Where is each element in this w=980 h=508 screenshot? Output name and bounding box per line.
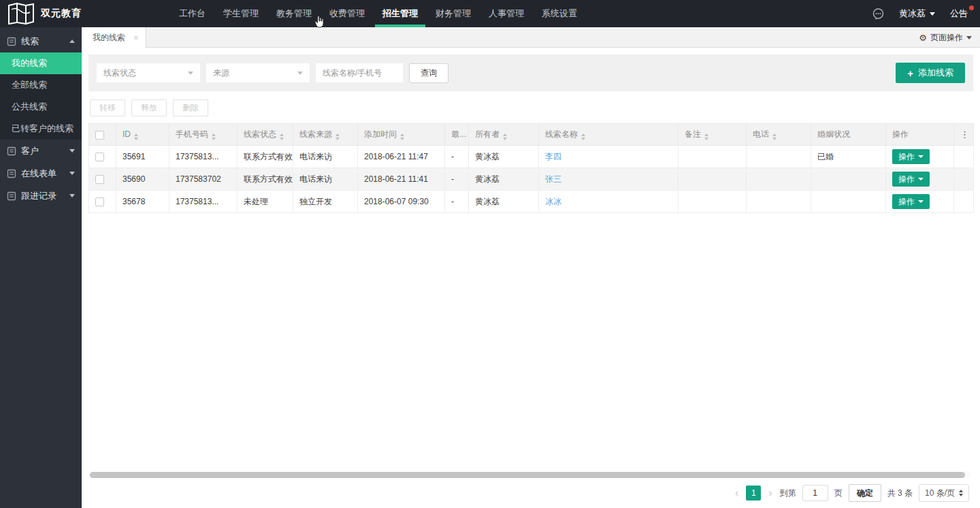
page-size-select[interactable]: 10 条/页 xyxy=(919,484,969,502)
cell-status: 联系方式有效 xyxy=(238,168,293,191)
sidebar-group[interactable]: 客户 xyxy=(0,140,82,162)
user-menu[interactable]: 黄冰荔 xyxy=(899,7,935,20)
nav-item[interactable]: 工作台 xyxy=(170,0,214,27)
row-checkbox-cell xyxy=(89,146,116,168)
column-header[interactable]: ID xyxy=(116,124,169,146)
cell-lead-name: 李四 xyxy=(539,146,679,168)
lead-name-link[interactable]: 李四 xyxy=(545,152,561,161)
brand-name: 双元教育 xyxy=(41,7,82,20)
message-icon[interactable] xyxy=(872,8,884,20)
gear-icon: ⚙ xyxy=(919,33,927,43)
sort-icon[interactable] xyxy=(704,133,708,140)
row-action-button[interactable]: 操作 xyxy=(892,149,930,164)
mouse-cursor-icon xyxy=(314,15,325,28)
horizontal-scrollbar[interactable] xyxy=(88,472,970,478)
nav-item[interactable]: 系统设置 xyxy=(533,0,586,27)
nav-item[interactable]: 财务管理 xyxy=(427,0,480,27)
header-checkbox-cell xyxy=(89,124,116,146)
sidebar-item[interactable]: 公共线索 xyxy=(0,96,82,118)
row-checkbox[interactable] xyxy=(95,153,104,161)
page-actions-button[interactable]: ⚙ 页面操作 xyxy=(919,27,972,48)
cell-owner: 黄冰荔 xyxy=(469,146,539,168)
search-button[interactable]: 查询 xyxy=(409,63,448,83)
page-1-button[interactable]: 1 xyxy=(746,486,761,501)
page-actions-label: 页面操作 xyxy=(930,32,963,44)
cell-source: 独立开发 xyxy=(293,191,358,213)
column-header[interactable]: 线索来源 xyxy=(293,124,358,146)
column-settings-cell: ⋮ xyxy=(954,124,974,146)
sidebar-item[interactable]: 已转客户的线索 xyxy=(0,118,82,140)
column-header[interactable]: 线索名称 xyxy=(539,124,679,146)
sidebar-item[interactable]: 全部线索 xyxy=(0,74,82,96)
lead-name-link[interactable]: 张三 xyxy=(545,174,561,184)
cell-remark xyxy=(679,191,747,213)
column-header[interactable]: 电话 xyxy=(747,124,811,146)
sort-icon[interactable] xyxy=(336,133,340,140)
column-header[interactable]: 备注 xyxy=(679,124,747,146)
bulk-action-button[interactable]: 转移 xyxy=(90,99,125,116)
chevron-down-icon xyxy=(69,194,75,197)
prev-page-icon[interactable]: ‹ xyxy=(734,488,740,498)
cell-settings-spacer xyxy=(954,168,974,191)
scrollbar-thumb[interactable] xyxy=(90,472,965,478)
sort-icon[interactable] xyxy=(280,133,284,140)
sort-icon[interactable] xyxy=(212,133,216,140)
lead-status-placeholder: 线索状态 xyxy=(103,67,136,79)
close-icon[interactable]: × xyxy=(133,33,139,43)
cell-phone: 17375813... xyxy=(169,191,238,213)
sidebar-group[interactable]: 在线表单 xyxy=(0,162,82,185)
cell-marital xyxy=(811,168,886,191)
add-lead-label: 添加线索 xyxy=(918,67,953,79)
bulk-action-button[interactable]: 删除 xyxy=(173,99,208,116)
bulk-action-button[interactable]: 释放 xyxy=(131,99,167,116)
page-size-value: 10 条/页 xyxy=(925,488,955,499)
sort-icon[interactable] xyxy=(134,133,138,140)
column-header[interactable]: 手机号码 xyxy=(169,124,238,146)
keyword-input[interactable] xyxy=(316,63,403,82)
select-all-checkbox[interactable] xyxy=(95,131,104,140)
row-checkbox-cell xyxy=(89,168,116,191)
plus-icon: + xyxy=(907,68,913,78)
nav-item[interactable]: 人事管理 xyxy=(480,0,533,27)
sort-icon[interactable] xyxy=(503,133,507,140)
next-page-icon[interactable]: › xyxy=(767,488,773,498)
column-header: 婚姻状况 xyxy=(811,124,886,146)
column-header[interactable]: 所有者 xyxy=(469,124,539,146)
source-select[interactable]: 来源 xyxy=(206,63,310,82)
cell-added_time: 2018-06-07 09:30 xyxy=(358,191,445,213)
nav-item[interactable]: 收费管理 xyxy=(321,0,374,27)
tab-label: 我的线索 xyxy=(93,32,125,44)
confirm-button[interactable]: 确定 xyxy=(849,484,881,502)
row-action-button[interactable]: 操作 xyxy=(892,172,930,187)
filter-bar: 线索状态 来源 查询 + 添加线索 xyxy=(88,54,973,91)
sidebar-group[interactable]: 线索 xyxy=(0,30,82,52)
row-checkbox[interactable] xyxy=(95,197,104,206)
cell-phone: 17375813... xyxy=(169,146,238,168)
sort-icon[interactable] xyxy=(581,133,585,140)
notice-link[interactable]: 公告 xyxy=(950,7,968,20)
add-lead-button[interactable]: + 添加线索 xyxy=(896,63,965,83)
column-header[interactable]: 添加时间 xyxy=(358,124,445,146)
row-action-button[interactable]: 操作 xyxy=(892,194,930,209)
chevron-down-icon xyxy=(69,149,75,153)
cell-marital xyxy=(811,191,886,213)
nav-item[interactable]: 招生管理 xyxy=(374,0,427,27)
nav-item[interactable]: 教务管理 xyxy=(267,0,321,27)
lead-status-select[interactable]: 线索状态 xyxy=(97,63,200,82)
tab-my-leads[interactable]: 我的线索 × xyxy=(82,27,146,48)
lead-name-link[interactable]: 冰冰 xyxy=(545,197,561,206)
row-checkbox[interactable] xyxy=(95,175,104,184)
column-settings-icon[interactable]: ⋮ xyxy=(960,129,967,140)
notification-dot xyxy=(969,5,974,10)
column-header[interactable]: 线索状态 xyxy=(238,124,293,146)
sort-icon[interactable] xyxy=(772,133,777,140)
sidebar-group[interactable]: 跟进记录 xyxy=(0,185,82,207)
cell-action: 操作 xyxy=(886,168,954,191)
nav-item[interactable]: 学生管理 xyxy=(214,0,267,27)
cell-owner: 黄冰荔 xyxy=(469,191,539,213)
goto-page-input[interactable] xyxy=(802,485,828,501)
cell-tel xyxy=(747,191,811,213)
sidebar-item[interactable]: 我的线索 xyxy=(0,52,82,74)
sort-icon[interactable] xyxy=(400,133,404,140)
goto-label: 到第 xyxy=(780,488,796,499)
